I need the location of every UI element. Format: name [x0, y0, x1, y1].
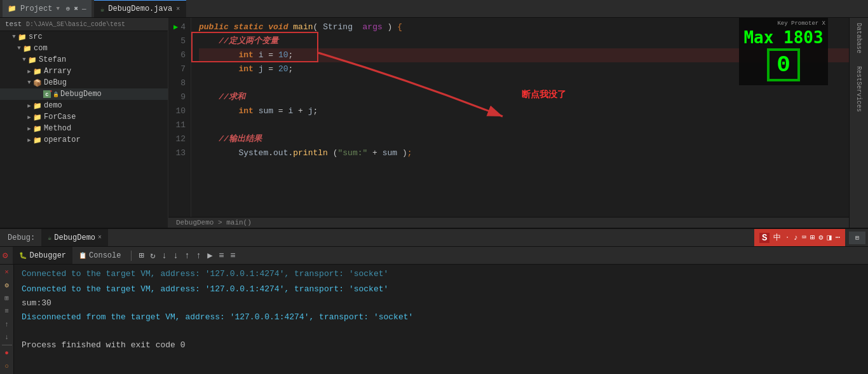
- expand-arrow: ▶: [25, 137, 33, 144]
- debugdemo-label: DebugDemo: [60, 90, 102, 99]
- tree-item-debugdemo[interactable]: ▶ C 🔒 DebugDemo: [0, 88, 168, 100]
- string-sum: "sum:": [337, 146, 367, 160]
- keyword-int2: int: [199, 62, 254, 76]
- debug-tab-icon: ☕: [48, 234, 51, 242]
- evaluate-icon[interactable]: ▶: [204, 250, 215, 261]
- debugger-icon: 🐛: [19, 252, 27, 260]
- num-20: 20: [278, 62, 288, 76]
- ime-grid[interactable]: ⊞: [810, 233, 815, 242]
- expand-arrow: ▶: [25, 114, 33, 121]
- subtab-console[interactable]: 📋 Console: [72, 247, 127, 264]
- project-icon: 📁: [8, 4, 17, 13]
- project-root-label: test: [5, 20, 22, 28]
- settings-btn[interactable]: ⚙: [1, 280, 13, 290]
- ime-dot: ·: [785, 233, 789, 242]
- resume-icon[interactable]: ↻: [147, 250, 158, 261]
- project-tab[interactable]: 📁 Project ▼ ⊕ ✖ —: [3, 0, 92, 17]
- console-area: × ⚙ ⊞ ≡ ↑ ↓ ● ○ Connected to the target …: [0, 265, 868, 374]
- tree-item-operator[interactable]: ▶ 📁 operator: [0, 134, 168, 146]
- expand-arrow: ▼: [10, 34, 18, 40]
- breadcrumb: DebugDemo > main(): [168, 217, 849, 228]
- subtab-debugger[interactable]: 🐛 Debugger: [13, 247, 72, 264]
- console-icon: 📋: [79, 252, 86, 260]
- ime-chinese[interactable]: 中: [773, 232, 781, 243]
- project-root-path: D:\JAVA_SE\basic_code\test: [26, 21, 125, 28]
- scroll-down-btn[interactable]: ↓: [1, 332, 13, 342]
- scroll-up-btn[interactable]: ↑: [1, 319, 13, 329]
- tree-item-forcase[interactable]: ▶ 📁 ForCase: [0, 111, 168, 123]
- max-display: Max 1803: [742, 28, 825, 47]
- panel-collapse-btn[interactable]: ⊞: [849, 232, 865, 244]
- ime-settings[interactable]: ⚙: [818, 233, 823, 242]
- console-output[interactable]: Connected to the target VM, address: '12…: [14, 265, 868, 374]
- code-line-9: //求和: [199, 90, 849, 104]
- debug-package-icon: 📦: [33, 79, 42, 87]
- forcase-label: ForCase: [44, 113, 76, 121]
- tree-item-com[interactable]: ▼ 📁 com: [0, 43, 168, 54]
- runtocrsr-icon[interactable]: ↑: [193, 250, 204, 261]
- sidebar-header: test D:\JAVA_SE\basic_code\test: [0, 18, 168, 31]
- left-edge-controls: ⚙: [0, 247, 10, 264]
- close-session-btn[interactable]: ×: [1, 267, 13, 277]
- console-label: Console: [89, 251, 121, 260]
- method-label: Method: [44, 124, 71, 133]
- main-content: test D:\JAVA_SE\basic_code\test ▼ 📁 src …: [0, 18, 868, 228]
- watches-icon[interactable]: ≡: [227, 250, 238, 261]
- debug-tab-close[interactable]: ×: [98, 234, 102, 241]
- stepover-icon[interactable]: ↓: [158, 250, 170, 261]
- num-10: 10: [278, 48, 288, 62]
- left-edge-buttons: × ⚙ ⊞ ≡ ↑ ↓ ● ○: [0, 265, 14, 374]
- layout-btn[interactable]: ⊞: [1, 293, 13, 303]
- database-tab[interactable]: Database: [854, 20, 864, 56]
- folder-icon: 📁: [23, 45, 32, 53]
- demo-label: demo: [44, 101, 62, 110]
- debug-tab-debugdemo[interactable]: ☕ DebugDemo ×: [41, 229, 108, 246]
- editor-area: ▶ 4 5 6 7 8 9 10 11 12 13 public static: [168, 18, 849, 228]
- key-promoter-panel: Key Promoter X Max 1803 0: [739, 18, 828, 85]
- rest-services-tab[interactable]: RestServices: [854, 64, 864, 114]
- comment-sum: //求和: [199, 90, 245, 104]
- debug-btn[interactable]: ●: [1, 348, 13, 358]
- code-line-13: System.out.println ( "sum:" + sum );: [199, 146, 849, 160]
- debug-tab-bar: Debug: ☕ DebugDemo × S 中 · ♪ ⌨ ⊞ ⚙ ◨ ⋯ ⊞: [0, 229, 868, 247]
- ime-mic[interactable]: ♪: [794, 233, 798, 242]
- keyword-void: void: [268, 20, 288, 34]
- comment-output: //输出结果: [199, 132, 262, 146]
- tree-item-stefan[interactable]: ▼ 📁 Stefan: [0, 54, 168, 66]
- code-content: ▶ 4 5 6 7 8 9 10 11 12 13 public static: [168, 18, 849, 217]
- separator: [2, 345, 12, 345]
- filter-btn[interactable]: ≡: [1, 306, 13, 316]
- stop-icon[interactable]: ⚙: [3, 250, 8, 261]
- bottom-panel: Debug: ☕ DebugDemo × S 中 · ♪ ⌨ ⊞ ⚙ ◨ ⋯ ⊞…: [0, 228, 868, 374]
- stepout-icon[interactable]: ↑: [181, 250, 193, 261]
- tree-item-demo[interactable]: ▶ 📁 demo: [0, 100, 168, 111]
- top-tab-bar: 📁 Project ▼ ⊕ ✖ — ☕ DebugDemo.java ×: [0, 0, 868, 18]
- tree-item-src[interactable]: ▼ 📁 src: [0, 31, 168, 43]
- project-sidebar: test D:\JAVA_SE\basic_code\test ▼ 📁 src …: [0, 18, 168, 228]
- operator-label: operator: [44, 135, 81, 144]
- ime-toolbar: S 中 · ♪ ⌨ ⊞ ⚙ ◨ ⋯: [754, 229, 845, 246]
- keyword-int3: int: [199, 104, 254, 118]
- separator: [131, 251, 132, 261]
- console-line-2: sum:30: [22, 296, 860, 310]
- lock-icon: 🔒: [53, 92, 59, 97]
- ime-more[interactable]: ⋯: [836, 233, 840, 242]
- code-line-10: int sum = i + j;: [199, 104, 849, 118]
- frames-icon[interactable]: ≡: [215, 250, 227, 261]
- tree-item-debug[interactable]: ▼ 📦 DeBug: [0, 77, 168, 88]
- folder-icon: 📁: [33, 102, 42, 110]
- param-args: args: [363, 20, 383, 34]
- keyword-static: static: [234, 20, 264, 34]
- var-i2: i: [288, 104, 293, 118]
- ime-skin[interactable]: ◨: [827, 233, 832, 242]
- tree-item-method[interactable]: ▶ 📁 Method: [0, 123, 168, 134]
- file-tab-debugdemo[interactable]: ☕ DebugDemo.java ×: [94, 0, 186, 17]
- watch-btn[interactable]: ○: [1, 361, 13, 371]
- tree-item-arrary[interactable]: ▶ 📁 Arrary: [0, 66, 168, 77]
- rerun-icon[interactable]: ⊞: [135, 250, 147, 261]
- expand-arrow: ▶: [25, 125, 33, 132]
- stepinto-icon[interactable]: ↓: [170, 250, 181, 261]
- folder-icon: 📁: [33, 67, 42, 76]
- file-tab-close[interactable]: ×: [176, 6, 180, 13]
- ime-keyboard[interactable]: ⌨: [802, 233, 806, 242]
